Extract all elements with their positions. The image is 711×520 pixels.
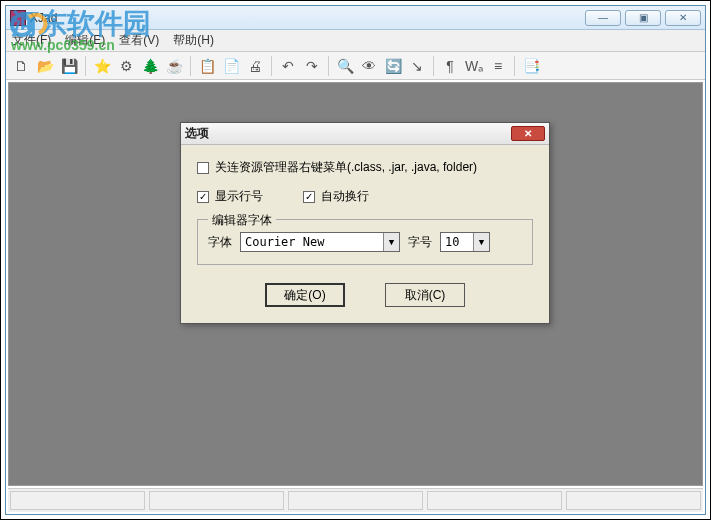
app-icon [10,10,26,26]
goto-icon[interactable]: ↘ [406,55,428,77]
settings-icon[interactable]: ⚙ [115,55,137,77]
editor-font-group: 编辑器字体 字体 Courier New ▼ 字号 10 ▼ [197,219,533,265]
options-dialog: 选项 ✕ 关连资源管理器右键菜单(.class, .jar, .java, fo… [180,122,550,324]
separator [328,56,329,76]
dialog-titlebar: 选项 ✕ [181,123,549,145]
size-combobox[interactable]: 10 ▼ [440,232,490,252]
tree-icon[interactable]: 🌲 [139,55,161,77]
save-icon[interactable]: 💾 [58,55,80,77]
favorite-icon[interactable]: ⭐ [91,55,113,77]
redo-icon[interactable]: ↷ [301,55,323,77]
separator [190,56,191,76]
editor-font-legend: 编辑器字体 [208,212,276,229]
new-icon[interactable]: 🗋 [10,55,32,77]
font-value: Courier New [241,235,383,249]
window-title: XJad [30,11,585,25]
find-icon[interactable]: 🔍 [334,55,356,77]
size-label: 字号 [408,234,432,251]
separator [433,56,434,76]
wrap-icon[interactable]: Wₐ [463,55,485,77]
menu-view[interactable]: 查看(V) [119,32,159,49]
undo-icon[interactable]: ↶ [277,55,299,77]
separator [514,56,515,76]
auto-wrap-checkbox[interactable] [303,191,315,203]
copy-icon[interactable]: 📋 [196,55,218,77]
status-cell [427,491,562,510]
size-value: 10 [441,235,473,249]
show-line-no-checkbox[interactable] [197,191,209,203]
status-cell [288,491,423,510]
dialog-close-button[interactable]: ✕ [511,126,545,141]
menu-help[interactable]: 帮助(H) [173,32,214,49]
status-cell [10,491,145,510]
format-icon[interactable]: ¶ [439,55,461,77]
menu-edit[interactable]: 编辑(E) [65,32,105,49]
maximize-button[interactable]: ▣ [625,10,661,26]
list-icon[interactable]: ≡ [487,55,509,77]
main-window: XJad — ▣ ✕ 文件(F) 编辑(E) 查看(V) 帮助(H) 🗋 📂 💾… [5,5,706,515]
chevron-down-icon[interactable]: ▼ [383,233,399,251]
open-icon[interactable]: 📂 [34,55,56,77]
font-label: 字体 [208,234,232,251]
separator [85,56,86,76]
menubar: 文件(F) 编辑(E) 查看(V) 帮助(H) [6,30,705,52]
font-combobox[interactable]: Courier New ▼ [240,232,400,252]
toolbar: 🗋 📂 💾 ⭐ ⚙ 🌲 ☕ 📋 📄 🖨 ↶ ↷ 🔍 👁 🔄 ↘ ¶ Wₐ ≡ [6,52,705,80]
menu-file[interactable]: 文件(F) [12,32,51,49]
java-icon[interactable]: ☕ [163,55,185,77]
titlebar: XJad — ▣ ✕ [6,6,705,30]
paste-icon[interactable]: 📄 [220,55,242,77]
find-next-icon[interactable]: 👁 [358,55,380,77]
dialog-title: 选项 [185,125,511,142]
statusbar [8,488,703,512]
close-button[interactable]: ✕ [665,10,701,26]
show-line-no-label: 显示行号 [215,188,263,205]
chevron-down-icon[interactable]: ▼ [473,233,489,251]
separator [271,56,272,76]
minimize-button[interactable]: — [585,10,621,26]
auto-wrap-label: 自动换行 [321,188,369,205]
status-cell [566,491,701,510]
assoc-checkbox[interactable] [197,162,209,174]
assoc-label: 关连资源管理器右键菜单(.class, .jar, .java, folder) [215,159,477,176]
status-cell [149,491,284,510]
ok-button[interactable]: 确定(O) [265,283,345,307]
cancel-button[interactable]: 取消(C) [385,283,465,307]
properties-icon[interactable]: 📑 [520,55,542,77]
print-icon[interactable]: 🖨 [244,55,266,77]
replace-icon[interactable]: 🔄 [382,55,404,77]
